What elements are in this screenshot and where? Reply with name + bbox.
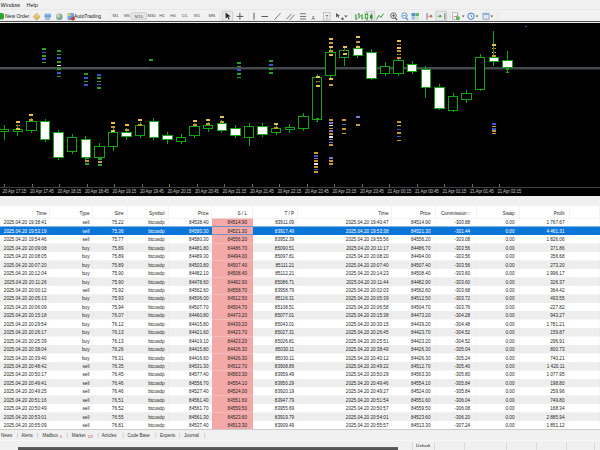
svg-text:20 Apr 22:15: 20 Apr 22:15 (278, 189, 302, 194)
svg-text:21 Apr 01:15: 21 Apr 01:15 (443, 189, 467, 194)
svg-text:20 Apr 21:15: 20 Apr 21:15 (223, 189, 247, 194)
svg-text:20 Apr 18:45: 20 Apr 18:45 (85, 189, 109, 194)
svg-text:20 Apr 19:45: 20 Apr 19:45 (140, 189, 164, 194)
svg-text:21 Apr 01:45: 21 Apr 01:45 (470, 189, 494, 194)
svg-text:20 Apr 18:15: 20 Apr 18:15 (58, 189, 82, 194)
svg-text:20 Apr 23:15: 20 Apr 23:15 (333, 189, 357, 194)
svg-text:20 Apr 20:45: 20 Apr 20:45 (195, 189, 219, 194)
svg-text:20 Apr 23:45: 20 Apr 23:45 (360, 189, 384, 194)
svg-text:20 Apr 22:45: 20 Apr 22:45 (305, 189, 329, 194)
svg-text:21 Apr 02:15: 21 Apr 02:15 (498, 189, 522, 194)
svg-text:20 Apr 20:15: 20 Apr 20:15 (168, 189, 192, 194)
svg-text:20 Apr 21:45: 20 Apr 21:45 (250, 189, 274, 194)
svg-text:T: T (325, 15, 328, 20)
svg-text:20 Apr 17:15: 20 Apr 17:15 (3, 189, 27, 194)
svg-text:A: A (312, 15, 316, 21)
svg-text:21 Apr 00:45: 21 Apr 00:45 (415, 189, 439, 194)
svg-text:20 Apr 17:45: 20 Apr 17:45 (30, 189, 54, 194)
svg-text:20 Apr 19:15: 20 Apr 19:15 (113, 189, 137, 194)
svg-text:21 Apr 00:15: 21 Apr 00:15 (388, 189, 412, 194)
